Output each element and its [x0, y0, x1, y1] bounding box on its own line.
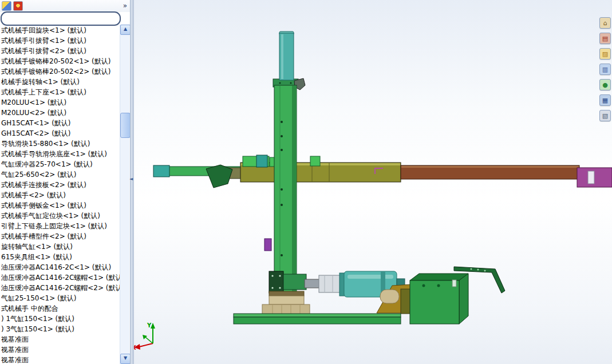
tree-display-pane-header[interactable] — [1, 11, 121, 26]
design-library-icon[interactable]: ▤ — [599, 33, 611, 44]
feature-manager-panel: » 式机械手回旋块<1> (默认) 式机械手引拔臂<1> (默认) 式机械手引拔… — [0, 0, 130, 364]
model-lift-cylinder[interactable] — [279, 31, 294, 80]
model-stopper[interactable] — [264, 239, 271, 251]
graphics-viewport[interactable]: Y X ⌂ ▤ ▨ ▥ — [130, 0, 612, 364]
tree-scrollbar[interactable]: ▲ ▼ — [120, 25, 129, 364]
scrollbar-thumb[interactable] — [120, 113, 131, 138]
taskpane-icon-glyph: ● — [602, 81, 608, 89]
tree-item[interactable]: 式机械手<2> (默认) — [1, 190, 120, 200]
tree-item[interactable]: 式机械手引拔臂<1> (默认) — [1, 35, 120, 46]
panel-toolbar: » — [0, 0, 133, 12]
tree-item[interactable]: 式机械手槽型件<2> (默认) — [1, 231, 120, 242]
taskpane-icon-glyph: ▦ — [602, 97, 608, 104]
tree-item[interactable]: 式机械手导轨滑块底座<1> (默认) — [1, 149, 120, 159]
tree-item[interactable]: 视基准面 — [1, 355, 120, 364]
task-pane: ⌂ ▤ ▨ ▥ ● ▦ — [599, 17, 611, 121]
panel-splitter[interactable]: ◄ — [130, 0, 134, 364]
panel-toolbar-icons — [2, 1, 23, 11]
solidworks-resources-icon[interactable]: ⌂ — [599, 17, 611, 29]
model-horizontal-arm[interactable] — [153, 155, 612, 188]
model-spacer-block[interactable] — [401, 289, 410, 314]
tree-item[interactable]: GH15CAT<2> (默认) — [1, 128, 120, 139]
assembly-document-icon[interactable] — [2, 1, 11, 11]
tree-item[interactable]: 油压缓冲器AC1416-2C螺帽<2> (默认) — [1, 283, 120, 293]
tree-item[interactable]: 视基准面 — [1, 345, 120, 355]
scroll-up-icon[interactable]: ▲ — [120, 25, 131, 35]
tree-item[interactable]: 式机械手气缸定位块<1> (默认) — [1, 211, 120, 221]
model-bracket[interactable] — [269, 271, 306, 293]
tree-item[interactable]: 式机械手 中的配合 — [1, 303, 120, 314]
origin-triad: Y X — [132, 322, 155, 351]
tree-item[interactable]: 气缸缓冲器25-70<1> (默认) — [1, 159, 120, 169]
tree-item[interactable]: 式机械手镀铬棒20-502<1> (默认) — [1, 56, 120, 66]
taskpane-icon-glyph: ⌂ — [603, 19, 607, 27]
taskpane-icon-glyph: ▧ — [602, 112, 608, 120]
tree-item[interactable]: 机械手旋转轴<1> (默认) — [1, 77, 120, 87]
tree-item[interactable]: 油压缓冲器AC1416-2C螺帽<1> (默认) — [1, 272, 120, 283]
tree-item[interactable]: 式机械手引拔臂<2> (默认) — [1, 46, 120, 56]
tree-item[interactable]: ) 1气缸150<1> (默认) — [1, 314, 120, 324]
tree-item[interactable]: 视基准面 — [1, 334, 120, 345]
triad-y-label: Y — [147, 322, 152, 329]
tree-item[interactable]: 气缸25-150<1> (默认) — [1, 293, 120, 303]
tree-item[interactable]: 引臂上下链条上固定块<1> (默认) — [1, 221, 120, 231]
viewport-canvas[interactable]: Y X — [130, 0, 612, 364]
feature-tree: 式机械手回旋块<1> (默认) 式机械手引拔臂<1> (默认) 式机械手引拔臂<… — [1, 25, 120, 364]
scroll-down-icon[interactable]: ▼ — [120, 354, 131, 364]
tree-item[interactable]: 式机械手镀铬棒20-502<2> (默认) — [1, 66, 120, 77]
tree-item[interactable]: 615夹具组<1> (默认) — [1, 252, 120, 262]
model-column[interactable] — [273, 78, 305, 298]
appearances-icon[interactable]: ● — [599, 79, 611, 90]
tree-item[interactable]: 式机械手回旋块<1> (默认) — [1, 25, 120, 35]
tree-item[interactable]: 导轨滑块15-880<1> (默认) — [1, 139, 120, 149]
custom-properties-icon[interactable]: ▧ — [599, 110, 611, 121]
tree-item[interactable]: 式机械手侧钣金<1> (默认) — [1, 200, 120, 211]
tree-item[interactable]: 旋转轴气缸<1> (默认) — [1, 242, 120, 252]
taskpane-icon-glyph: ▨ — [602, 50, 608, 58]
model-control-box[interactable] — [410, 267, 505, 324]
tree-item[interactable]: 气缸25-650<2> (默认) — [1, 169, 120, 180]
tree-item[interactable]: 油压缓冲器AC1416-2C<1> (默认) — [1, 262, 120, 272]
tree-item[interactable]: GH15CAT<1> (默认) — [1, 118, 120, 128]
tree-item[interactable]: 式机械手连接板<2> (默认) — [1, 180, 120, 190]
tree-item[interactable]: M20LUU<2> (默认) — [1, 108, 120, 118]
view-palette-icon[interactable]: ▥ — [599, 64, 611, 75]
file-explorer-icon[interactable]: ▨ — [599, 48, 611, 60]
taskpane-icon-glyph: ▤ — [602, 35, 608, 42]
tree-item[interactable]: M20LUU<1> (默认) — [1, 97, 120, 108]
scene-icon[interactable]: ▦ — [599, 94, 611, 106]
panel-collapse-arrow-icon[interactable]: ◄ — [129, 175, 135, 183]
tree-item[interactable]: 式机械手上下座<1> (默认) — [1, 87, 120, 97]
taskpane-icon-glyph: ▥ — [602, 66, 608, 73]
application-icon[interactable] — [13, 1, 23, 11]
model-pedestal[interactable] — [262, 291, 310, 314]
solidworks-window: » 式机械手回旋块<1> (默认) 式机械手引拔臂<1> (默认) 式机械手引拔… — [0, 0, 612, 364]
tree-item[interactable]: ) 3气缸150<1> (默认) — [1, 324, 120, 334]
model-base-plate[interactable] — [234, 314, 401, 324]
